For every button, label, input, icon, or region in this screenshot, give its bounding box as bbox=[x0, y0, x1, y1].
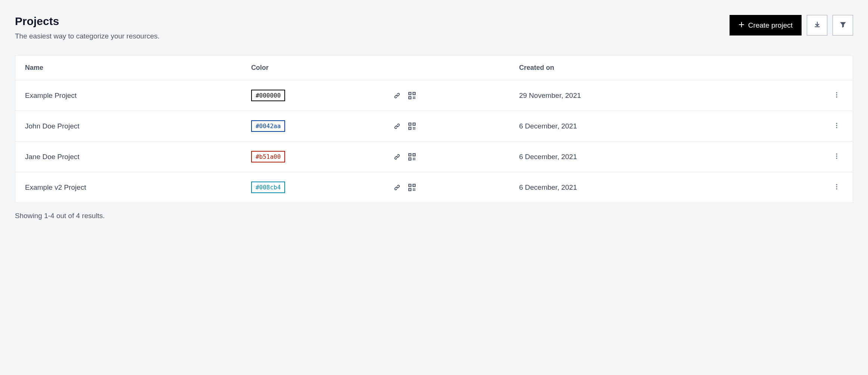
svg-rect-21 bbox=[413, 128, 414, 130]
svg-rect-4 bbox=[414, 93, 414, 93]
col-header-color: Color bbox=[241, 56, 384, 80]
col-header-created: Created on bbox=[509, 56, 761, 80]
created-on: 29 November, 2021 bbox=[509, 80, 761, 111]
svg-rect-16 bbox=[410, 124, 410, 124]
svg-rect-3 bbox=[410, 93, 410, 93]
created-on: 6 December, 2021 bbox=[509, 142, 761, 172]
svg-rect-35 bbox=[415, 159, 416, 160]
more-actions-button[interactable] bbox=[830, 89, 843, 102]
svg-point-38 bbox=[836, 158, 837, 159]
project-name[interactable]: Example Project bbox=[15, 80, 241, 111]
link-icon[interactable] bbox=[393, 153, 401, 161]
more-vertical-icon bbox=[833, 124, 840, 130]
svg-point-23 bbox=[836, 123, 837, 124]
project-name[interactable]: Jane Doe Project bbox=[15, 142, 241, 172]
download-button[interactable] bbox=[807, 15, 827, 35]
projects-table: Name Color Created on Example Project#00… bbox=[15, 55, 853, 203]
color-chip: #0042aa bbox=[251, 120, 285, 132]
col-header-name: Name bbox=[15, 56, 241, 80]
more-vertical-icon bbox=[833, 94, 840, 99]
svg-rect-6 bbox=[413, 96, 414, 97]
svg-rect-32 bbox=[413, 158, 414, 159]
svg-rect-30 bbox=[414, 154, 414, 155]
svg-rect-46 bbox=[415, 188, 416, 189]
link-icon[interactable] bbox=[393, 92, 401, 99]
qr-icon[interactable] bbox=[408, 184, 416, 191]
svg-point-50 bbox=[836, 186, 837, 187]
download-icon bbox=[814, 21, 821, 29]
create-project-button[interactable]: Create project bbox=[730, 15, 802, 35]
svg-rect-18 bbox=[410, 128, 410, 128]
project-name[interactable]: Example v2 Project bbox=[15, 172, 241, 203]
filter-button[interactable] bbox=[833, 15, 853, 35]
qr-icon[interactable] bbox=[408, 153, 416, 161]
svg-rect-44 bbox=[410, 189, 410, 190]
svg-rect-22 bbox=[415, 128, 416, 130]
svg-rect-5 bbox=[410, 97, 410, 98]
svg-rect-8 bbox=[413, 98, 414, 99]
link-icon[interactable] bbox=[393, 184, 401, 191]
svg-point-37 bbox=[836, 155, 837, 156]
qr-icon[interactable] bbox=[408, 123, 416, 130]
page-subtitle: The easiest way to categorize your resou… bbox=[15, 32, 160, 40]
color-chip: #b51a00 bbox=[251, 151, 285, 162]
svg-point-24 bbox=[836, 125, 837, 126]
svg-rect-31 bbox=[410, 159, 410, 159]
svg-rect-20 bbox=[415, 127, 416, 128]
svg-rect-7 bbox=[415, 96, 416, 97]
created-on: 6 December, 2021 bbox=[509, 111, 761, 142]
filter-icon bbox=[840, 21, 846, 29]
svg-rect-33 bbox=[415, 158, 416, 159]
col-header-icons bbox=[384, 56, 509, 80]
more-actions-button[interactable] bbox=[830, 181, 843, 193]
plus-icon bbox=[739, 21, 744, 30]
table-row: Example v2 Project#008cb46 December, 202… bbox=[15, 172, 853, 203]
svg-rect-17 bbox=[414, 124, 414, 124]
svg-rect-47 bbox=[413, 190, 414, 191]
more-actions-button[interactable] bbox=[830, 120, 843, 132]
page-title: Projects bbox=[15, 15, 160, 28]
link-icon[interactable] bbox=[393, 123, 401, 130]
svg-rect-42 bbox=[410, 185, 410, 185]
svg-point-25 bbox=[836, 127, 837, 128]
svg-rect-9 bbox=[415, 98, 416, 99]
table-row: John Doe Project#0042aa6 December, 2021 bbox=[15, 111, 853, 142]
table-row: Example Project#00000029 November, 2021 bbox=[15, 80, 853, 111]
table-row: Jane Doe Project#b51a006 December, 2021 bbox=[15, 142, 853, 172]
col-header-actions bbox=[761, 56, 853, 80]
more-vertical-icon bbox=[833, 186, 840, 191]
created-on: 6 December, 2021 bbox=[509, 172, 761, 203]
svg-rect-45 bbox=[413, 188, 414, 189]
svg-point-11 bbox=[836, 94, 837, 95]
svg-point-36 bbox=[836, 154, 837, 155]
svg-point-10 bbox=[836, 92, 837, 93]
create-project-label: Create project bbox=[748, 21, 793, 30]
color-chip: #000000 bbox=[251, 90, 285, 101]
svg-point-51 bbox=[836, 188, 837, 189]
more-actions-button[interactable] bbox=[830, 151, 843, 163]
svg-point-12 bbox=[836, 96, 837, 97]
color-chip: #008cb4 bbox=[251, 182, 285, 193]
svg-rect-43 bbox=[414, 185, 414, 185]
more-vertical-icon bbox=[833, 155, 840, 161]
qr-icon[interactable] bbox=[408, 92, 416, 99]
svg-rect-34 bbox=[413, 159, 414, 160]
svg-rect-48 bbox=[415, 190, 416, 191]
project-name[interactable]: John Doe Project bbox=[15, 111, 241, 142]
svg-point-49 bbox=[836, 184, 837, 185]
svg-rect-29 bbox=[410, 154, 410, 155]
results-status: Showing 1-4 out of 4 results. bbox=[15, 212, 853, 220]
svg-rect-19 bbox=[413, 127, 414, 128]
